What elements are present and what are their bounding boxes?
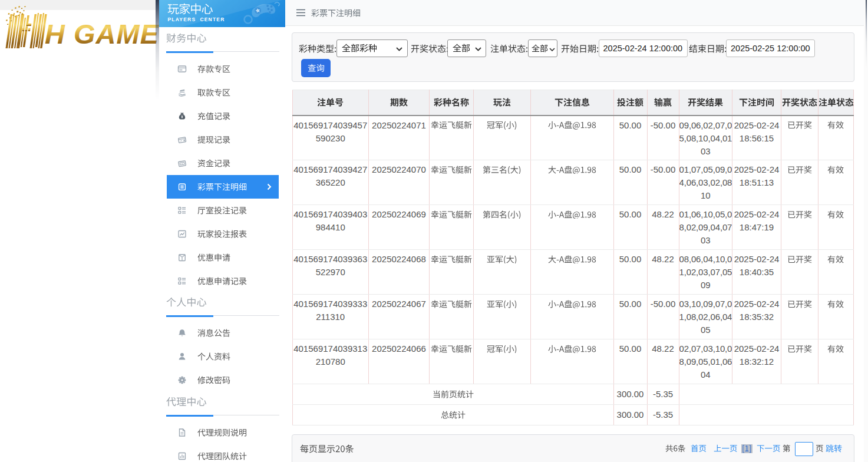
svg-text:H GAME: H GAME	[45, 18, 160, 50]
